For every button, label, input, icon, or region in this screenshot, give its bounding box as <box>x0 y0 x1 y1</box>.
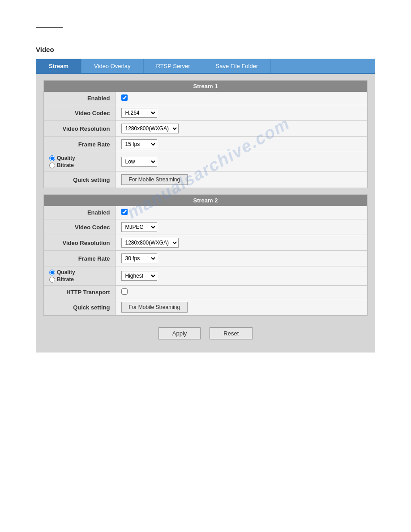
stream1-quick-btn[interactable]: For Mobile Streaming <box>121 174 188 185</box>
tab-bar: Stream Video Overlay RTSP Server Save Fi… <box>36 59 375 74</box>
stream1-quality-select[interactable]: Low Medium High Highest <box>121 157 157 167</box>
stream1-quality-value: Low Medium High Highest <box>116 152 367 172</box>
stream1-enabled-value <box>116 92 367 105</box>
stream1-framerate-label: Frame Rate <box>44 137 116 152</box>
stream2-quicksetting-value: For Mobile Streaming <box>116 299 367 316</box>
stream1-resolution-row: Video Resolution 1280x800(WXGA) 640x480(… <box>44 121 367 137</box>
stream2-codec-row: Video Codec MJPEG H.264 H.265 <box>44 219 367 235</box>
page-title: Video <box>36 46 375 53</box>
tab-video-overlay[interactable]: Video Overlay <box>81 59 143 73</box>
stream2-quality-label: Quality Bitrate <box>44 266 116 286</box>
stream1-codec-select[interactable]: H.264 MJPEG H.265 <box>121 108 157 118</box>
top-line <box>36 27 63 28</box>
stream2-codec-label: Video Codec <box>44 219 116 235</box>
stream1-box: Stream 1 Enabled Video Codec <box>43 80 368 188</box>
stream1-enabled-checkbox[interactable] <box>121 94 128 101</box>
stream2-quality-radio[interactable] <box>49 270 55 275</box>
stream1-enabled-label: Enabled <box>44 92 116 105</box>
stream2-framerate-select[interactable]: 30 fps 15 fps 5 fps <box>121 253 157 263</box>
stream2-resolution-select[interactable]: 1280x800(WXGA) 640x480(VGA) 320x240(QVGA… <box>121 238 179 248</box>
tab-stream[interactable]: Stream <box>36 59 81 73</box>
stream1-codec-row: Video Codec H.264 MJPEG H.265 <box>44 105 367 121</box>
stream1-header: Stream 1 <box>44 81 367 92</box>
stream2-quicksetting-label: Quick setting <box>44 299 116 316</box>
stream1-framerate-value: 15 fps 30 fps 5 fps <box>116 137 367 152</box>
stream1-resolution-select[interactable]: 1280x800(WXGA) 640x480(VGA) 320x240(QVGA… <box>121 124 179 133</box>
stream2-quality-radio-item: Quality <box>49 269 110 275</box>
main-panel: Stream Video Overlay RTSP Server Save Fi… <box>36 59 375 352</box>
stream2-http-value <box>116 286 367 299</box>
stream2-resolution-row: Video Resolution 1280x800(WXGA) 640x480(… <box>44 235 367 251</box>
stream2-enabled-checkbox[interactable] <box>121 209 128 215</box>
stream1-table: Enabled Video Codec H.264 MJPEG <box>44 92 367 188</box>
stream2-codec-value: MJPEG H.264 H.265 <box>116 219 367 235</box>
stream1-quality-row: Quality Bitrate Low <box>44 152 367 172</box>
stream1-codec-value: H.264 MJPEG H.265 <box>116 105 367 121</box>
stream1-framerate-select[interactable]: 15 fps 30 fps 5 fps <box>121 139 157 149</box>
stream2-quicksetting-row: Quick setting For Mobile Streaming <box>44 299 367 316</box>
stream2-http-label: HTTP Transport <box>44 286 116 299</box>
stream2-http-checkbox[interactable] <box>121 288 128 295</box>
stream1-framerate-row: Frame Rate 15 fps 30 fps 5 fps <box>44 137 367 152</box>
stream1-quality-label: Quality Bitrate <box>44 152 116 172</box>
stream2-enabled-row: Enabled <box>44 206 367 219</box>
stream1-bitrate-radio-item: Bitrate <box>49 162 110 168</box>
stream2-http-row: HTTP Transport <box>44 286 367 299</box>
stream1-quality-radio-item: Quality <box>49 155 110 161</box>
stream2-quality-select[interactable]: Low Medium High Highest <box>121 271 157 281</box>
stream2-enabled-label: Enabled <box>44 206 116 219</box>
stream2-framerate-value: 30 fps 15 fps 5 fps <box>116 251 367 266</box>
tab-save-file-folder[interactable]: Save File Folder <box>203 59 271 73</box>
stream2-enabled-value <box>116 206 367 219</box>
stream2-box: Stream 2 Enabled Video Codec <box>43 194 368 316</box>
stream2-framerate-label: Frame Rate <box>44 251 116 266</box>
stream1-quicksetting-row: Quick setting For Mobile Streaming <box>44 172 367 188</box>
stream1-codec-label: Video Codec <box>44 105 116 121</box>
stream1-quicksetting-value: For Mobile Streaming <box>116 172 367 188</box>
stream2-radio-group: Quality Bitrate <box>49 269 110 283</box>
stream1-bitrate-radio[interactable] <box>49 163 55 168</box>
stream2-quality-value: Low Medium High Highest <box>116 266 367 286</box>
bottom-buttons: Apply Reset <box>43 322 368 346</box>
stream2-quick-btn[interactable]: For Mobile Streaming <box>121 302 188 313</box>
tab-rtsp-server[interactable]: RTSP Server <box>144 59 203 73</box>
stream1-enabled-row: Enabled <box>44 92 367 105</box>
reset-button[interactable]: Reset <box>210 327 253 339</box>
stream2-header: Stream 2 <box>44 195 367 206</box>
stream2-quality-radio-label: Quality <box>57 269 75 275</box>
stream1-quality-radio-label: Quality <box>57 155 75 161</box>
stream2-framerate-row: Frame Rate 30 fps 15 fps 5 fps <box>44 251 367 266</box>
stream1-resolution-label: Video Resolution <box>44 121 116 137</box>
stream1-bitrate-radio-label: Bitrate <box>57 162 74 168</box>
stream2-resolution-label: Video Resolution <box>44 235 116 251</box>
stream1-quicksetting-label: Quick setting <box>44 172 116 188</box>
stream1-radio-group: Quality Bitrate <box>49 155 110 168</box>
stream2-bitrate-radio[interactable] <box>49 277 55 283</box>
stream2-resolution-value: 1280x800(WXGA) 640x480(VGA) 320x240(QVGA… <box>116 235 367 251</box>
apply-button[interactable]: Apply <box>158 327 201 339</box>
stream1-resolution-value: 1280x800(WXGA) 640x480(VGA) 320x240(QVGA… <box>116 121 367 137</box>
stream2-bitrate-radio-label: Bitrate <box>57 276 74 283</box>
stream2-quality-row: Quality Bitrate Low <box>44 266 367 286</box>
stream2-codec-select[interactable]: MJPEG H.264 H.265 <box>121 222 157 232</box>
content-area: Stream 1 Enabled Video Codec <box>36 74 375 352</box>
stream1-quality-radio[interactable] <box>49 155 55 161</box>
stream2-table: Enabled Video Codec MJPEG H.264 <box>44 206 367 315</box>
stream2-bitrate-radio-item: Bitrate <box>49 276 110 283</box>
